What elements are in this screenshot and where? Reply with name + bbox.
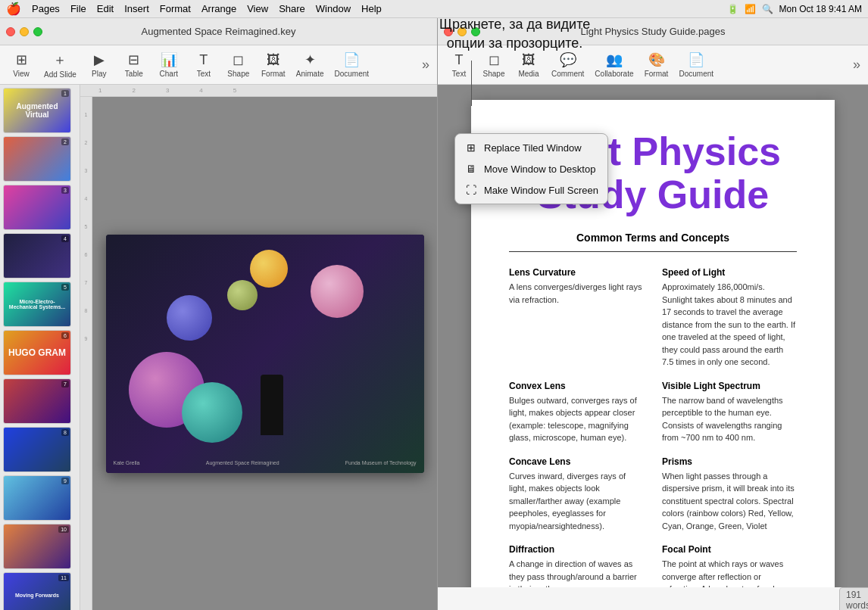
slide-thumb-9[interactable]: 9	[3, 475, 71, 521]
format-left-icon: 🖼	[267, 52, 280, 68]
word-count: 191 words	[846, 590, 868, 611]
pages-media-icon: 🖼	[522, 52, 535, 68]
sphere-pink	[311, 265, 364, 318]
term-spectrum-def: The narrow band of wavelengths perceptib…	[662, 394, 797, 444]
pages-toolbar-format[interactable]: 🎨 Format	[640, 48, 673, 81]
close-button[interactable]	[6, 27, 15, 36]
slide-thumb-11[interactable]: 11 Moving Forwards	[3, 572, 71, 610]
toolbar-text[interactable]: T Text	[187, 49, 220, 81]
text-label: Text	[197, 70, 211, 78]
caption-right: Funda Museum of Technology	[345, 460, 417, 465]
term-convex-def: Bulges outward, converges rays of light,…	[509, 394, 644, 444]
word-count-badge[interactable]: 191 words ▾	[839, 587, 868, 611]
slide-num-5: 5	[61, 284, 69, 291]
menu-edit[interactable]: Edit	[97, 3, 114, 14]
menu-move-desktop[interactable]: 🖥 Move Window to Desktop	[455, 158, 607, 179]
pages-toolbar-comment[interactable]: 💬 Comment	[547, 48, 589, 81]
slide-thumb-10[interactable]: 10	[3, 524, 71, 569]
pages-collaborate-icon: 👥	[606, 51, 623, 68]
toolbar-play[interactable]: ▶ Play	[83, 48, 116, 81]
menu-file[interactable]: File	[70, 3, 86, 14]
slide-thumb-1[interactable]: 1 Augmented Virtual	[3, 88, 71, 133]
pages-toolbar-media[interactable]: 🖼 Media	[512, 49, 545, 81]
menu-share[interactable]: Share	[279, 3, 305, 14]
toolbar-table[interactable]: ⊟ Table	[117, 48, 151, 81]
annotation-line1: Щракнете, за да видите	[439, 17, 590, 32]
menu-fullscreen[interactable]: ⛶ Make Window Full Screen	[455, 179, 607, 201]
keynote-title: Augmented Space Reimagined.key	[142, 26, 296, 37]
term-prisms: Prisms When light passes through a dispe…	[662, 456, 797, 533]
pages-comment-label: Comment	[551, 70, 584, 78]
sphere-purple	[167, 295, 212, 341]
menu-pages[interactable]: Pages	[32, 3, 60, 14]
slide-num-8: 8	[61, 429, 69, 436]
doc-subtitle: Common Terms and Concepts	[509, 232, 797, 244]
apple-menu[interactable]: 🍎	[6, 2, 21, 16]
annotation-line2: опции за прозорците.	[447, 36, 583, 51]
slide-thumb-6[interactable]: 6 HUGO GRAM	[3, 330, 71, 375]
maximize-button[interactable]	[33, 27, 42, 36]
menu-help[interactable]: Help	[361, 3, 382, 14]
slide-thumb-7[interactable]: 7	[3, 378, 71, 424]
toolbar-document-left[interactable]: 📄 Document	[330, 48, 374, 81]
animate-label: Animate	[296, 70, 324, 78]
pages-window: Light Physics Study Guide.pages T Text ◻…	[438, 18, 868, 610]
slide-thumb-2[interactable]: 2	[3, 136, 71, 182]
slide-5-label: Micro-Electro-Mechanical Systems...	[7, 299, 67, 310]
pages-toolbar-more[interactable]: »	[850, 54, 863, 76]
menu-fullscreen-label: Make Window Full Screen	[484, 185, 598, 196]
horizontal-ruler: 1 2 3 4 5	[80, 85, 437, 97]
toolbar-view[interactable]: ⊞ View	[5, 48, 38, 81]
pages-title: Light Physics Study Guide.pages	[581, 26, 726, 37]
slide-thumb-8[interactable]: 8	[3, 427, 71, 472]
toolbar-shape[interactable]: ◻ Shape	[222, 48, 255, 81]
slide-thumb-4[interactable]: 4	[3, 233, 71, 279]
vertical-ruler: 1 2 3 4 5 6 7 8 9	[80, 97, 92, 610]
slide-num-3: 3	[61, 187, 69, 194]
slide-thumb-5[interactable]: 5 Micro-Electro-Mechanical Systems...	[3, 282, 71, 327]
annotation-pointer	[471, 61, 472, 106]
keynote-window: Augmented Space Reimagined.key ⊞ View ＋ …	[0, 18, 438, 610]
pages-shape-icon: ◻	[489, 51, 500, 68]
pages-text-label: Text	[452, 70, 466, 78]
term-focal-point: Focal Point The point at which rays or w…	[662, 544, 797, 587]
doc-divider	[509, 251, 797, 252]
keynote-canvas: Kate Grella Augmented Space Reimagined F…	[92, 97, 437, 610]
slide-num-4: 4	[61, 235, 69, 242]
minimize-button[interactable]	[20, 27, 29, 36]
menu-window[interactable]: Window	[316, 3, 351, 14]
wifi-icon: 📶	[745, 4, 756, 14]
slide-6-label: HUGO GRAM	[8, 347, 66, 358]
toolbar-more-btn[interactable]: »	[419, 54, 432, 76]
pages-document-icon: 📄	[688, 51, 704, 68]
term-convex-title: Convex Lens	[509, 381, 644, 391]
pages-toolbar-collaborate[interactable]: 👥 Collaborate	[590, 48, 638, 81]
menu-replace-tiled[interactable]: ⊞ Replace Tiled Window	[455, 137, 607, 158]
menu-format[interactable]: Format	[160, 3, 191, 14]
pages-toolbar-shape[interactable]: ◻ Shape	[477, 48, 510, 81]
slide-num-1: 1	[61, 90, 69, 97]
search-icon[interactable]: 🔍	[762, 4, 773, 14]
view-label: View	[13, 70, 30, 78]
menu-arrange[interactable]: Arrange	[201, 3, 236, 14]
table-icon: ⊟	[128, 51, 139, 68]
caption-center: Augmented Space Reimagined	[206, 460, 279, 465]
pages-document-label: Document	[679, 70, 714, 78]
term-diffraction: Diffraction A change in direction of wav…	[509, 544, 644, 587]
toolbar-add-slide[interactable]: ＋ Add Slide	[39, 48, 81, 82]
toolbar-format-left[interactable]: 🖼 Format	[257, 49, 290, 81]
menubar-right: 🔋 📶 🔍 Mon Oct 18 9:41 AM	[727, 4, 862, 14]
pages-toolbar-document[interactable]: 📄 Document	[675, 48, 719, 81]
chart-icon: 📊	[161, 51, 177, 68]
slide-thumb-3[interactable]: 3	[3, 185, 71, 230]
menu-insert[interactable]: Insert	[124, 3, 149, 14]
keynote-toolbar: ⊞ View ＋ Add Slide ▶ Play ⊟ Table 📊 Char…	[0, 45, 437, 85]
slide-caption: Kate Grella Augmented Space Reimagined F…	[106, 460, 424, 465]
sphere-teal	[182, 382, 242, 443]
view-icon: ⊞	[16, 51, 27, 68]
menu-view[interactable]: View	[247, 3, 268, 14]
term-concave-title: Concave Lens	[509, 456, 644, 467]
toolbar-chart[interactable]: 📊 Chart	[152, 48, 186, 81]
toolbar-animate[interactable]: ✦ Animate	[292, 48, 329, 81]
term-speed-of-light: Speed of Light Approximately 186,000mi/s…	[662, 267, 797, 369]
